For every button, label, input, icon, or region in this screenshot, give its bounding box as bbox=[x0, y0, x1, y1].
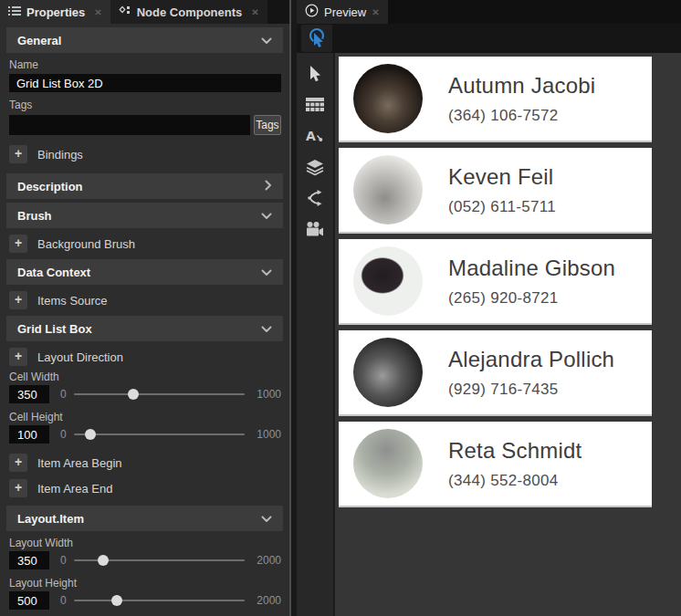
tab-preview[interactable]: Preview ✕ bbox=[297, 0, 388, 24]
properties-body: General Name Tags Tags + Bindings Descri… bbox=[0, 24, 289, 616]
camera-tool[interactable] bbox=[299, 215, 330, 243]
contact-avatar bbox=[353, 338, 423, 407]
section-grid-list-box[interactable]: Grid List Box bbox=[6, 316, 283, 341]
section-label: General bbox=[17, 34, 61, 47]
contact-avatar bbox=[353, 155, 423, 224]
slider-min-label: 0 bbox=[60, 428, 67, 441]
contact-phone: (344) 552-8004 bbox=[448, 472, 581, 490]
tab-properties[interactable]: Properties ✕ bbox=[0, 0, 110, 24]
svg-text:A: A bbox=[306, 129, 316, 143]
chevron-down-icon bbox=[261, 320, 272, 337]
section-description[interactable]: Description bbox=[6, 173, 283, 199]
slider-thumb[interactable] bbox=[111, 595, 122, 606]
section-label: Layout.Item bbox=[17, 512, 84, 526]
contact-card[interactable]: Madaline Gibson (265) 920-8721 bbox=[339, 239, 652, 325]
name-field-label: Name bbox=[9, 58, 281, 71]
section-label: Grid List Box bbox=[17, 322, 92, 336]
contact-card[interactable]: Alejandra Pollich (929) 716-7435 bbox=[339, 330, 652, 416]
contact-card[interactable]: Keven Feil (052) 611-5711 bbox=[339, 148, 652, 234]
section-label: Brush bbox=[17, 209, 52, 223]
contact-name: Keven Feil bbox=[448, 164, 556, 190]
bindings-expand-button[interactable]: + bbox=[9, 145, 27, 163]
contact-avatar bbox=[353, 246, 423, 316]
slider-min-label: 0 bbox=[60, 594, 67, 607]
cell-width-input[interactable] bbox=[9, 385, 49, 403]
interact-tool[interactable] bbox=[301, 25, 332, 52]
cell-height-label: Cell Height bbox=[9, 411, 281, 423]
item-area-end-expand-button[interactable]: + bbox=[9, 479, 27, 497]
app-window: Properties ✕ Node Components ✕ General N… bbox=[0, 0, 681, 616]
play-icon bbox=[305, 4, 319, 20]
slider-max-label: 2000 bbox=[252, 594, 281, 607]
components-icon bbox=[119, 5, 131, 19]
item-area-begin-expand-button[interactable]: + bbox=[9, 454, 27, 472]
cell-height-slider[interactable] bbox=[74, 433, 245, 435]
slider-max-label: 2000 bbox=[252, 554, 281, 567]
section-brush[interactable]: Brush bbox=[6, 203, 283, 228]
grid-tool[interactable] bbox=[299, 91, 330, 119]
close-icon[interactable]: ✕ bbox=[94, 7, 101, 17]
layout-height-input[interactable] bbox=[9, 591, 49, 610]
section-general[interactable]: General bbox=[6, 27, 283, 53]
cell-width-label: Cell Width bbox=[9, 371, 281, 383]
layout-direction-expand-button[interactable]: + bbox=[9, 348, 27, 366]
section-label: Description bbox=[17, 180, 83, 193]
expander-label: Item Area End bbox=[37, 482, 112, 496]
section-data-context[interactable]: Data Context bbox=[6, 259, 283, 285]
chevron-down-icon bbox=[261, 264, 272, 280]
layout-width-input[interactable] bbox=[9, 551, 49, 569]
item-area-end-expander: + Item Area End bbox=[9, 478, 281, 498]
properties-scrollbar[interactable] bbox=[289, 0, 297, 616]
contact-phone: (929) 716-7435 bbox=[448, 381, 614, 399]
slider-thumb[interactable] bbox=[85, 429, 96, 440]
preview-toolbar bbox=[297, 24, 681, 53]
contact-avatar bbox=[353, 429, 423, 498]
slider-min-label: 0 bbox=[60, 388, 67, 401]
slider-thumb[interactable] bbox=[98, 555, 109, 566]
tags-input[interactable] bbox=[9, 115, 250, 135]
cell-height-input[interactable] bbox=[9, 425, 49, 444]
slider-max-label: 1000 bbox=[252, 428, 281, 441]
contact-name: Alejandra Pollich bbox=[448, 347, 614, 372]
chevron-down-icon bbox=[261, 207, 272, 224]
cell-width-slider[interactable] bbox=[74, 393, 245, 395]
items-source-expander: + Items Source bbox=[9, 290, 281, 310]
tab-node-components[interactable]: Node Components ✕ bbox=[110, 0, 267, 24]
pointer-tool[interactable] bbox=[299, 60, 330, 88]
contact-phone: (364) 106-7572 bbox=[448, 107, 595, 125]
contact-phone: (052) 611-5711 bbox=[448, 198, 556, 216]
tags-button[interactable]: Tags bbox=[254, 115, 281, 135]
contact-card[interactable]: Autumn Jacobi (364) 106-7572 bbox=[339, 57, 652, 142]
layout-direction-expander: + Layout Direction bbox=[9, 347, 281, 367]
preview-tabbar: Preview ✕ bbox=[297, 0, 681, 24]
bindings-expander: + Bindings bbox=[9, 144, 281, 164]
name-input[interactable] bbox=[9, 74, 281, 92]
expander-label: Layout Direction bbox=[37, 350, 123, 364]
item-area-begin-expander: + Item Area Begin bbox=[9, 453, 281, 473]
contact-card[interactable]: Reta Schmidt (344) 552-8004 bbox=[339, 422, 652, 507]
layout-width-slider[interactable] bbox=[74, 559, 245, 561]
connections-tool[interactable] bbox=[299, 184, 330, 212]
expander-label: Bindings bbox=[37, 148, 83, 162]
chevron-right-icon bbox=[265, 178, 272, 194]
expander-label: Background Brush bbox=[37, 237, 135, 251]
chevron-down-icon bbox=[261, 32, 272, 48]
items-source-expand-button[interactable]: + bbox=[9, 291, 27, 309]
background-brush-expand-button[interactable]: + bbox=[9, 235, 27, 253]
slider-min-label: 0 bbox=[60, 554, 67, 567]
slider-thumb[interactable] bbox=[128, 389, 139, 400]
contact-phone: (265) 920-8721 bbox=[448, 289, 615, 308]
slider-max-label: 1000 bbox=[252, 388, 281, 401]
close-icon[interactable]: ✕ bbox=[251, 7, 258, 17]
section-layout-item[interactable]: Layout.Item bbox=[6, 506, 283, 531]
contact-name: Madaline Gibson bbox=[448, 256, 615, 281]
layout-height-slider[interactable] bbox=[74, 600, 245, 601]
tags-field-label: Tags bbox=[9, 99, 281, 111]
close-icon[interactable]: ✕ bbox=[372, 7, 379, 17]
section-label: Data Context bbox=[17, 266, 90, 279]
chevron-down-icon bbox=[261, 510, 272, 527]
text-tool[interactable]: A bbox=[299, 122, 330, 150]
layers-tool[interactable] bbox=[299, 153, 330, 181]
left-tabbar: Properties ✕ Node Components ✕ bbox=[0, 0, 289, 24]
contact-name: Autumn Jacobi bbox=[448, 73, 595, 99]
